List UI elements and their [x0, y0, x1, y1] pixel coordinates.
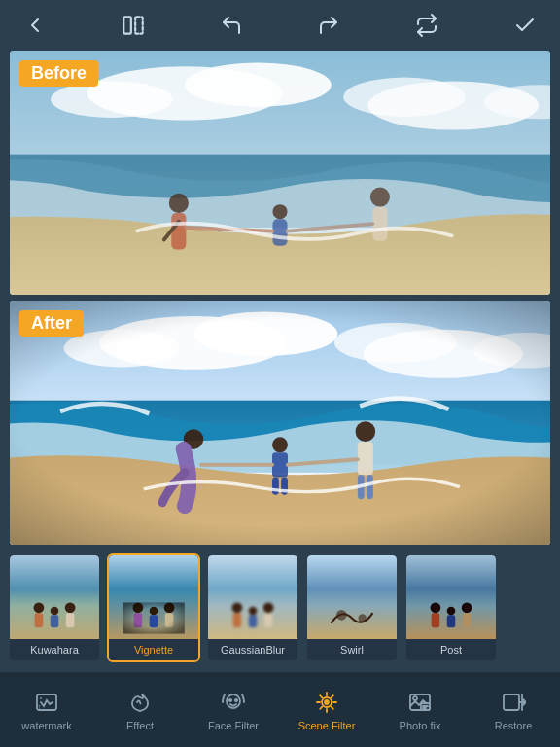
after-label: After: [19, 310, 84, 337]
svg-point-71: [235, 698, 237, 700]
filter-swirl-label: Swirl: [307, 639, 397, 660]
svg-point-52: [232, 602, 243, 613]
svg-rect-53: [233, 613, 242, 627]
svg-point-64: [462, 602, 472, 613]
svg-rect-16: [272, 219, 287, 246]
svg-point-7: [343, 78, 466, 117]
svg-rect-40: [35, 613, 44, 627]
svg-rect-1: [135, 17, 143, 33]
nav-photo-fix[interactable]: Photo fix: [373, 689, 467, 731]
back-button[interactable]: [18, 8, 52, 43]
svg-rect-61: [432, 613, 440, 627]
before-label: Before: [19, 60, 98, 87]
svg-rect-42: [51, 615, 59, 627]
nav-effect-label: Effect: [126, 720, 154, 731]
effect-icon: [126, 689, 154, 716]
nav-photo-fix-label: Photo fix: [400, 720, 441, 731]
svg-rect-63: [447, 615, 456, 627]
nav-scene-filter-label: Scene Filter: [298, 720, 356, 731]
svg-rect-44: [66, 613, 75, 627]
svg-rect-57: [264, 613, 273, 627]
svg-point-43: [65, 602, 76, 613]
filter-gaussianblur-label: GaussianBlur: [208, 639, 298, 660]
svg-line-78: [320, 695, 322, 697]
filter-poster-label: Post: [406, 639, 496, 660]
top-toolbar: [0, 0, 560, 51]
svg-point-5: [51, 81, 173, 118]
photo-fix-icon: [406, 689, 434, 716]
svg-rect-0: [123, 17, 131, 33]
watermark-icon: T: [33, 689, 60, 716]
bottom-nav: T watermark Effect Face Filter: [0, 671, 560, 747]
undo-button[interactable]: [214, 8, 249, 43]
svg-rect-11: [171, 213, 186, 250]
svg-point-15: [272, 204, 287, 219]
compare-button[interactable]: [116, 8, 151, 43]
filter-kuwahara-label: Kuwahara: [10, 639, 99, 660]
svg-line-81: [320, 706, 322, 708]
svg-point-62: [447, 607, 456, 616]
svg-point-58: [336, 610, 347, 621]
nav-effect[interactable]: Effect: [93, 689, 187, 731]
svg-text:T: T: [38, 704, 41, 710]
nav-restore[interactable]: Restore: [467, 689, 560, 731]
svg-rect-14: [372, 207, 387, 241]
svg-point-70: [229, 698, 231, 700]
svg-point-4: [185, 63, 332, 107]
svg-point-10: [169, 194, 189, 213]
svg-rect-55: [249, 615, 258, 627]
confirm-button[interactable]: [508, 8, 542, 43]
svg-point-60: [431, 602, 441, 613]
face-filter-icon: [220, 689, 247, 716]
svg-rect-65: [463, 613, 472, 627]
svg-point-13: [370, 188, 390, 207]
nav-restore-label: Restore: [495, 720, 533, 731]
svg-rect-87: [504, 694, 519, 710]
filter-poster[interactable]: Post: [404, 553, 498, 662]
filter-strip: Kuwahara Vignette: [0, 545, 560, 671]
svg-point-73: [325, 700, 329, 704]
nav-face-filter[interactable]: Face Filter: [187, 689, 280, 731]
image-area: Before: [0, 51, 560, 545]
nav-watermark-label: watermark: [21, 720, 71, 731]
svg-point-83: [413, 696, 417, 700]
filter-kuwahara[interactable]: Kuwahara: [8, 553, 101, 662]
filter-swirl[interactable]: Swirl: [305, 553, 399, 662]
loop-button[interactable]: [409, 8, 444, 43]
nav-scene-filter[interactable]: Scene Filter: [280, 689, 373, 731]
before-image-block: Before: [10, 51, 550, 295]
nav-watermark[interactable]: T watermark: [0, 689, 93, 731]
svg-rect-38: [10, 301, 550, 545]
svg-line-80: [332, 695, 333, 697]
nav-face-filter-label: Face Filter: [208, 720, 259, 731]
svg-point-56: [263, 602, 274, 613]
filter-vignette[interactable]: Vignette: [107, 553, 200, 662]
filter-gaussianblur[interactable]: GaussianBlur: [206, 553, 299, 662]
scene-filter-icon: [313, 689, 340, 716]
svg-rect-51: [122, 602, 185, 633]
restore-icon: [500, 689, 527, 716]
svg-point-39: [34, 602, 45, 613]
after-image-block: After: [10, 301, 550, 545]
svg-line-79: [332, 706, 333, 708]
svg-point-41: [51, 607, 59, 616]
svg-point-59: [358, 614, 367, 622]
redo-button[interactable]: [311, 8, 346, 43]
svg-point-54: [249, 607, 258, 616]
filter-vignette-label: Vignette: [109, 639, 198, 660]
